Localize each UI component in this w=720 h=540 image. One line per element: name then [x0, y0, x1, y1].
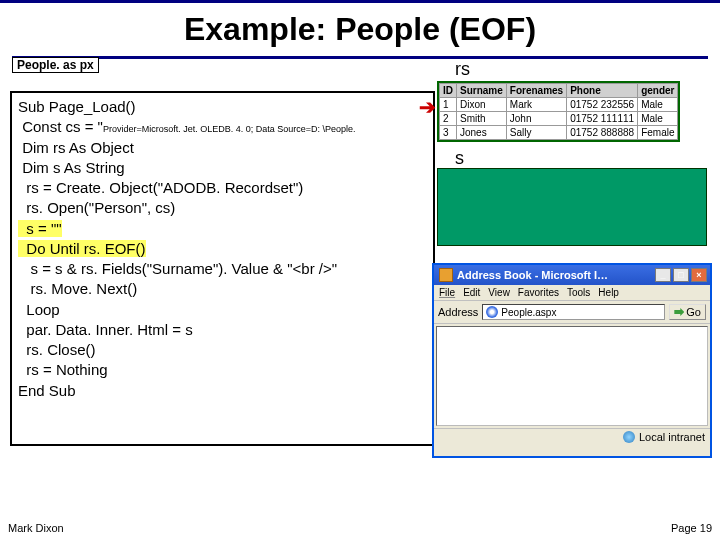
s-variable-label: s [455, 148, 464, 169]
table-header: Phone [567, 84, 638, 98]
table-header: Surname [457, 84, 507, 98]
intranet-zone-icon [623, 431, 635, 443]
rs-variable-label: rs [455, 59, 470, 80]
minimize-button[interactable]: _ [655, 268, 671, 282]
table-header-row: ID Surname Forenames Phone gender [440, 84, 678, 98]
address-input[interactable]: People.aspx [482, 304, 665, 320]
code-line: End Sub [18, 381, 427, 401]
code-block: Sub Page_Load() Const cs = "Provider=Mic… [10, 91, 435, 446]
title-bar: Example: People (EOF) [12, 7, 708, 59]
menu-edit[interactable]: Edit [463, 287, 480, 298]
table-header: Forenames [506, 84, 566, 98]
code-line: Do Until rs. EOF() [18, 239, 427, 259]
code-file-label: People. as px [12, 57, 99, 73]
table-header: gender [638, 84, 678, 98]
browser-title-text: Address Book - Microsoft I… [457, 269, 608, 281]
arrow-icon: ➔ [419, 95, 436, 119]
status-text: Local intranet [639, 431, 705, 443]
table-row: 2 Smith John 01752 111111 Male [440, 112, 678, 126]
code-line: rs. Open("Person", cs) [18, 198, 427, 218]
code-line: rs = Create. Object("ADODB. Recordset") [18, 178, 427, 198]
ie-page-icon [486, 306, 498, 318]
maximize-button[interactable]: □ [673, 268, 689, 282]
browser-status-bar: Local intranet [434, 428, 710, 445]
address-book-icon [439, 268, 453, 282]
browser-menu-bar: File Edit View Favorites Tools Help [434, 285, 710, 301]
table-header: ID [440, 84, 457, 98]
browser-window: Address Book - Microsoft I… _ □ × File E… [432, 263, 712, 458]
address-label: Address [438, 306, 478, 318]
table-row: 1 Dixon Mark 01752 232556 Male [440, 98, 678, 112]
code-line: rs. Move. Next() [18, 279, 427, 299]
slide: Example: People (EOF) People. as px Sub … [0, 0, 720, 540]
code-line: s = "" [18, 219, 427, 239]
menu-view[interactable]: View [488, 287, 510, 298]
code-line: Loop [18, 300, 427, 320]
browser-titlebar[interactable]: Address Book - Microsoft I… _ □ × [434, 265, 710, 285]
recordset-table: ID Surname Forenames Phone gender 1 Dixo… [437, 81, 680, 142]
slide-title: Example: People (EOF) [12, 11, 708, 48]
go-arrow-icon [674, 307, 684, 317]
close-button[interactable]: × [691, 268, 707, 282]
table-row: 3 Jones Sally 01752 888888 Female [440, 126, 678, 140]
address-value: People.aspx [501, 307, 556, 318]
code-line: s = s & rs. Fields("Surname"). Value & "… [18, 259, 427, 279]
menu-help[interactable]: Help [598, 287, 619, 298]
address-bar: Address People.aspx Go [434, 301, 710, 324]
browser-content-area [436, 326, 708, 426]
s-value-box [437, 168, 707, 246]
code-line: Dim rs As Object [18, 138, 427, 158]
code-line: rs = Nothing [18, 360, 427, 380]
code-line: rs. Close() [18, 340, 427, 360]
footer-author: Mark Dixon [8, 522, 64, 534]
code-line: Dim s As String [18, 158, 427, 178]
menu-file[interactable]: File [439, 287, 455, 298]
menu-favorites[interactable]: Favorites [518, 287, 559, 298]
code-line: Sub Page_Load() [18, 97, 427, 117]
go-label: Go [686, 306, 701, 318]
footer-page-number: Page 19 [671, 522, 712, 534]
code-line: par. Data. Inner. Html = s [18, 320, 427, 340]
menu-tools[interactable]: Tools [567, 287, 590, 298]
go-button[interactable]: Go [669, 304, 706, 320]
code-line: Const cs = "Provider=Microsoft. Jet. OLE… [18, 117, 427, 137]
